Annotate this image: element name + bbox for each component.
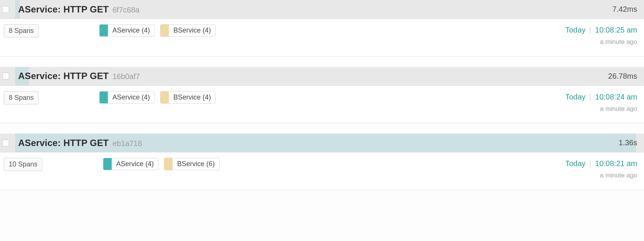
trace-title-wrap: AService: HTTP GET16b0af7 xyxy=(18,71,608,81)
service-color-swatch xyxy=(100,92,108,103)
spans-count-pill[interactable]: 8 Spans xyxy=(4,91,39,104)
trace-select-checkbox[interactable] xyxy=(2,73,9,79)
timestamp-separator: | xyxy=(589,91,591,103)
service-tag[interactable]: BService (4) xyxy=(160,91,216,104)
service-label: AService (4) xyxy=(108,92,154,103)
service-tag-list: AService (4)BService (4) xyxy=(99,24,546,37)
service-label: BService (4) xyxy=(169,25,215,36)
service-tag[interactable]: BService (6) xyxy=(164,158,220,170)
trace-body: 8 SpansAService (4)BService (4)Today|10:… xyxy=(0,86,644,123)
timestamp-date: Today xyxy=(565,158,585,169)
trace-header[interactable]: AService: HTTP GET6f7c68a7.42ms xyxy=(0,0,644,19)
trace-body: 10 SpansAService (4)BService (6)Today|10… xyxy=(0,152,644,190)
trace-title: AService: HTTP GET xyxy=(18,4,109,15)
trace-title: AService: HTTP GET xyxy=(18,138,109,148)
trace-header[interactable]: AService: HTTP GETeb1a7161.36s xyxy=(0,134,644,152)
trace-duration: 1.36s xyxy=(619,138,637,147)
service-label: AService (4) xyxy=(112,158,158,170)
trace-select-checkbox[interactable] xyxy=(2,6,9,13)
trace-title: AService: HTTP GET xyxy=(18,71,109,81)
trace-header[interactable]: AService: HTTP GET16b0af726.78ms xyxy=(0,67,644,86)
trace-duration: 26.78ms xyxy=(608,72,637,81)
service-label: AService (4) xyxy=(108,25,154,36)
trace-title-wrap: AService: HTTP GETeb1a716 xyxy=(18,138,619,148)
trace-body: 8 SpansAService (4)BService (4)Today|10:… xyxy=(0,19,644,56)
service-label: BService (6) xyxy=(173,158,219,170)
timestamp-clock: 10:08:21 am xyxy=(595,158,637,169)
timestamp-block: Today|10:08:21 ama minute ago xyxy=(546,158,637,180)
service-color-swatch xyxy=(164,158,173,170)
timestamp-relative: a minute ago xyxy=(546,104,637,114)
trace-title-wrap: AService: HTTP GET6f7c68a xyxy=(18,4,612,15)
spans-count-pill[interactable]: 8 Spans xyxy=(4,24,39,37)
service-color-swatch xyxy=(103,158,112,170)
service-color-swatch xyxy=(100,25,108,36)
trace-row[interactable]: AService: HTTP GET6f7c68a7.42ms8 SpansAS… xyxy=(0,0,644,56)
service-tag[interactable]: AService (4) xyxy=(99,24,155,37)
spans-count-pill[interactable]: 10 Spans xyxy=(4,158,42,171)
trace-row[interactable]: AService: HTTP GETeb1a7161.36s10 SpansAS… xyxy=(0,134,644,190)
trace-duration: 7.42ms xyxy=(612,5,637,14)
trace-id: 6f7c68a xyxy=(112,6,139,14)
service-tag-list: AService (4)BService (4) xyxy=(99,91,546,104)
timestamp-separator: | xyxy=(589,24,591,36)
timestamp-block: Today|10:08:24 ama minute ago xyxy=(546,91,637,114)
timestamp-separator: | xyxy=(589,158,591,169)
service-tag[interactable]: AService (4) xyxy=(103,158,159,170)
trace-select-checkbox[interactable] xyxy=(2,140,9,146)
trace-id: eb1a716 xyxy=(112,139,142,148)
timestamp-date: Today xyxy=(565,24,585,36)
timestamp-clock: 10:08:24 am xyxy=(595,91,637,103)
timestamp-relative: a minute ago xyxy=(546,37,637,47)
service-label: BService (4) xyxy=(169,92,215,103)
service-tag[interactable]: AService (4) xyxy=(99,91,155,104)
service-color-swatch xyxy=(161,92,169,103)
timestamp-clock: 10:08:25 am xyxy=(595,24,637,36)
timestamp-date: Today xyxy=(565,91,585,103)
trace-id: 16b0af7 xyxy=(112,72,140,81)
service-tag[interactable]: BService (4) xyxy=(160,24,216,37)
service-color-swatch xyxy=(161,25,169,36)
service-tag-list: AService (4)BService (6) xyxy=(103,158,546,170)
trace-row[interactable]: AService: HTTP GET16b0af726.78ms8 SpansA… xyxy=(0,67,644,123)
timestamp-relative: a minute ago xyxy=(546,171,637,180)
timestamp-block: Today|10:08:25 ama minute ago xyxy=(546,24,637,47)
